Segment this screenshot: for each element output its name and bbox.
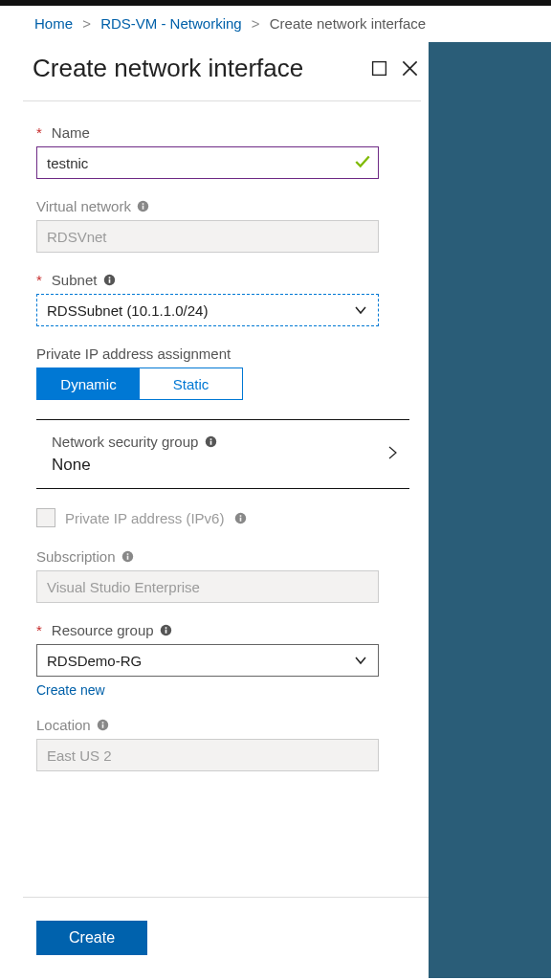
breadcrumb: Home > RDS-VM - Networking > Create netw… [0,6,551,42]
create-button[interactable]: Create [36,921,147,955]
breadcrumb-current: Create network interface [270,15,426,32]
nsg-value: None [52,456,217,475]
subnet-value: RDSSubnet (10.1.1.0/24) [47,302,208,319]
location-label: Location [36,717,91,733]
info-icon[interactable] [102,274,116,287]
checkmark-icon [354,153,371,173]
svg-rect-19 [165,630,167,634]
svg-rect-22 [102,724,104,728]
subscription-input [36,570,379,603]
info-icon[interactable] [160,624,173,637]
vnet-input [36,220,379,253]
location-input [36,739,379,771]
breadcrumb-sep: > [82,15,91,32]
required-mark: * [36,124,42,141]
close-icon[interactable] [401,59,419,78]
svg-rect-4 [143,206,144,210]
panel-title: Create network interface [33,54,371,83]
rg-select[interactable]: RDSDemo-RG [36,644,379,677]
info-icon[interactable] [97,719,110,732]
rg-value: RDSDemo-RG [47,653,142,669]
svg-rect-10 [210,441,212,445]
breadcrumb-home-link[interactable]: Home [34,15,73,32]
rg-label: Resource group [52,622,154,638]
subnet-select[interactable]: RDSSubnet (10.1.1.0/24) [36,294,379,326]
nsg-selector[interactable]: Network security group None [36,419,409,489]
chevron-right-icon [385,443,400,465]
ip-static-button[interactable]: Static [140,368,242,399]
svg-rect-7 [109,279,111,283]
info-icon[interactable] [233,511,247,524]
name-label: Name [52,124,90,141]
ipv6-checkbox [36,508,55,527]
svg-rect-23 [102,722,104,724]
ipv6-checkbox-row: Private IP address (IPv6) [36,508,409,527]
chevron-down-icon [353,302,368,318]
ip-assignment-toggle: Dynamic Static [36,368,243,400]
info-icon[interactable] [204,435,217,449]
subnet-label: Subnet [52,272,98,288]
svg-rect-8 [109,277,111,278]
create-nic-panel: Create network interface *Name [0,42,429,978]
name-input[interactable] [36,146,379,179]
required-mark: * [36,272,42,288]
maximize-icon[interactable] [371,60,387,77]
subscription-label: Subscription [36,548,116,565]
svg-rect-14 [240,515,242,517]
nsg-label: Network security group [52,434,198,450]
svg-rect-5 [143,203,144,205]
create-new-rg-link[interactable]: Create new [36,682,105,698]
svg-rect-11 [210,438,212,440]
required-mark: * [36,622,42,638]
breadcrumb-sep: > [252,15,260,32]
ip-assignment-label: Private IP address assignment [36,345,231,362]
chevron-down-icon [353,653,368,668]
svg-rect-17 [127,553,129,555]
info-icon[interactable] [137,200,150,213]
breadcrumb-parent-link[interactable]: RDS-VM - Networking [100,15,242,32]
svg-rect-0 [373,62,386,76]
svg-rect-20 [165,627,167,629]
svg-rect-13 [240,517,242,521]
svg-rect-16 [127,556,129,560]
info-icon[interactable] [121,550,135,564]
ipv6-label: Private IP address (IPv6) [65,510,224,526]
right-column-bg [429,42,551,978]
ip-dynamic-button[interactable]: Dynamic [37,368,140,399]
vnet-label: Virtual network [36,198,131,214]
form-scroll-area[interactable]: *Name Virtual network *Subnet [23,101,429,897]
